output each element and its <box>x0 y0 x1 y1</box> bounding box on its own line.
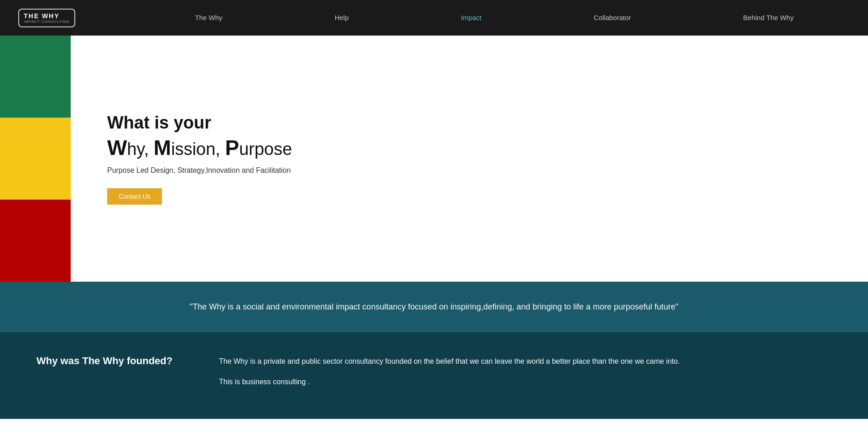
nav-item-help[interactable]: Help <box>335 14 349 22</box>
navigation: THE WHY IMPACT CONSULTING The Why Help I… <box>0 0 868 36</box>
hero-subtext: Purpose Led Design, Strategy,Innovation … <box>107 166 832 175</box>
nav-links: The Why Help Impact Collaborator Behind … <box>139 14 850 22</box>
nav-link-collaborator[interactable]: Collaborator <box>594 14 631 21</box>
hero-wmp-ission: ission, <box>171 139 225 159</box>
quote-section: "The Why is a social and environmental i… <box>0 282 868 332</box>
hero-wmp-p: P <box>225 136 239 160</box>
founded-section: Why was The Why founded? The Why is a pr… <box>0 332 868 419</box>
nav-link-help[interactable]: Help <box>335 14 349 21</box>
nav-link-impact[interactable]: Impact <box>461 14 482 21</box>
hero-wmp: Why, Mission, Purpose <box>107 135 832 160</box>
sidebar-green-block <box>0 36 71 118</box>
founded-paragraph2: This is business consulting . <box>219 376 832 388</box>
contact-us-button[interactable]: Contact Us <box>107 188 162 205</box>
hero-wmp-urpose: urpose <box>239 139 292 159</box>
sidebar-yellow-block <box>0 118 71 200</box>
nav-item-the-why[interactable]: The Why <box>195 14 223 22</box>
logo[interactable]: THE WHY IMPACT CONSULTING <box>18 9 75 27</box>
founded-right: The Why is a private and public sector c… <box>219 355 832 396</box>
nav-item-behind[interactable]: Behind The Why <box>743 14 794 22</box>
nav-item-impact[interactable]: Impact <box>461 14 482 22</box>
logo-line1: THE WHY <box>24 12 70 20</box>
hero-wmp-hy: hy, <box>127 139 153 159</box>
sidebar-red-block <box>0 200 71 282</box>
hero-content: What is your Why, Mission, Purpose Purpo… <box>71 36 868 282</box>
nav-item-collaborator[interactable]: Collaborator <box>594 14 631 22</box>
nav-link-the-why[interactable]: The Why <box>195 14 223 21</box>
hero-wmp-m: M <box>154 136 171 160</box>
hero-headline: What is your <box>107 113 832 133</box>
hero-sidebar <box>0 36 71 282</box>
founded-left: Why was The Why founded? <box>36 355 182 396</box>
hero-section: What is your Why, Mission, Purpose Purpo… <box>0 36 868 282</box>
nav-link-behind[interactable]: Behind The Why <box>743 14 794 21</box>
founded-paragraph1: The Why is a private and public sector c… <box>219 355 832 367</box>
founded-wrapper: Why was The Why founded? The Why is a pr… <box>0 332 868 419</box>
founded-title: Why was The Why founded? <box>36 355 182 367</box>
quote-text: "The Why is a social and environmental i… <box>182 300 686 314</box>
logo-line2: IMPACT CONSULTING <box>24 20 70 24</box>
hero-wmp-w: W <box>107 136 127 160</box>
